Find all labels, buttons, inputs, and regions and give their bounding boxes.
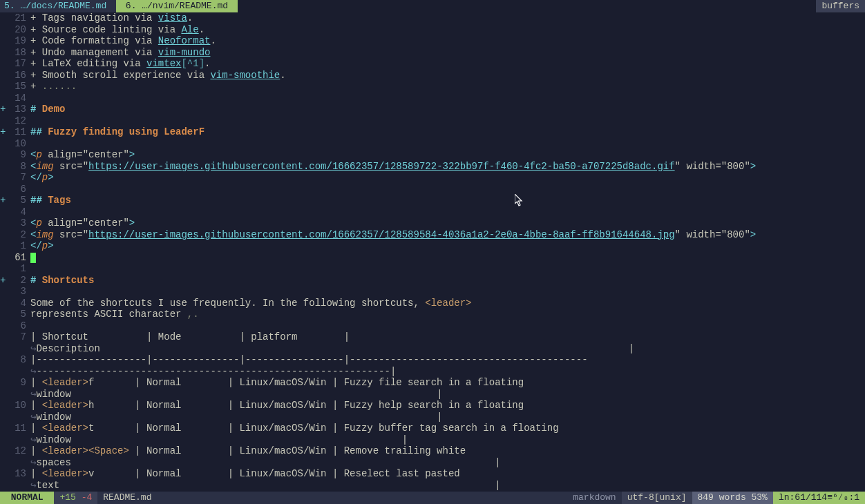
line-number: 7 [7, 331, 30, 343]
code[interactable]: <p align="center"> [30, 149, 865, 161]
editor-line[interactable]: 17+ LaTeX editing via vimtex[^1]. [0, 58, 865, 70]
editor-line[interactable]: ↪text | [0, 480, 865, 492]
editor-line[interactable]: 19+ Code formatting via Neoformat. [0, 35, 865, 47]
editor-line[interactable]: 20+ Source code linting via Ale. [0, 24, 865, 36]
code[interactable]: # Demo [30, 104, 865, 115]
editor-pane[interactable]: 21+ Tags navigation via vista.20+ Source… [0, 12, 865, 492]
line-number: 61 [7, 252, 30, 264]
sign-column: + [0, 275, 7, 287]
status-file: README.md [97, 492, 157, 504]
editor-line[interactable]: ↪---------------------------------------… [0, 366, 865, 378]
code[interactable]: | <leader>f | Normal | Linux/macOS/Win |… [30, 377, 865, 389]
editor-line[interactable]: 8|-------------------|---------------|--… [0, 354, 865, 366]
editor-line[interactable]: 16+ Smooth scroll experience via vim-smo… [0, 70, 865, 81]
editor-line[interactable]: +13# Demo [0, 104, 865, 115]
code[interactable]: + ...... [30, 81, 865, 93]
code[interactable]: + LaTeX editing via vimtex[^1]. [30, 58, 865, 70]
editor-line[interactable]: ↪window | [0, 434, 865, 446]
code[interactable]: ↪Description | [30, 343, 865, 355]
editor-line[interactable]: 2<img src="https://user-images.githubuse… [0, 229, 865, 241]
line-number: 12 [7, 115, 30, 127]
editor-line[interactable]: 1</p> [0, 240, 865, 252]
code[interactable]: </p> [30, 172, 865, 184]
code[interactable]: | <leader>v | Normal | Linux/macOS/Win |… [30, 468, 865, 480]
code[interactable]: + Smooth scroll experience via vim-smoot… [30, 70, 865, 81]
code[interactable]: | Shortcut | Mode | platform | [30, 331, 865, 343]
line-number: 2 [7, 275, 30, 287]
line-number: 17 [7, 58, 30, 70]
line-number: 6 [7, 320, 30, 332]
tab-inactive[interactable]: 5. …/docs/README.md [0, 0, 116, 12]
code[interactable]: ↪text | [30, 480, 865, 492]
editor-line[interactable]: 14 [0, 93, 865, 104]
code[interactable]: # Shortcuts [30, 275, 865, 287]
code[interactable]: ## Fuzzy finding using LeaderF [30, 126, 865, 138]
editor-line[interactable]: 3 [0, 286, 865, 298]
code[interactable]: ↪spaces | [30, 457, 865, 469]
editor-line[interactable]: 1 [0, 263, 865, 275]
code[interactable]: ↪window | [30, 434, 865, 446]
editor-line[interactable]: 8<img src="https://user-images.githubuse… [0, 161, 865, 173]
line-number: 11 [7, 423, 30, 434]
code[interactable]: ↪window | [30, 389, 865, 400]
code[interactable]: + Code formatting via Neoformat. [30, 35, 865, 47]
editor-line[interactable]: 21+ Tags navigation via vista. [0, 12, 865, 24]
editor-line[interactable]: 15+ ...... [0, 81, 865, 93]
code[interactable]: </p> [30, 240, 865, 252]
git-add: +15 [59, 492, 75, 504]
code[interactable]: | <leader>h | Normal | Linux/macOS/Win |… [30, 400, 865, 411]
editor-line[interactable]: +5## Tags [0, 195, 865, 206]
code[interactable]: ## Tags [30, 195, 865, 206]
code[interactable]: <p align="center"> [30, 217, 865, 229]
editor-line[interactable]: 7</p> [0, 172, 865, 184]
editor-line[interactable]: ↪window | [0, 411, 865, 423]
line-number: 11 [7, 126, 30, 138]
line-number: 20 [7, 24, 30, 36]
code[interactable]: <img src="https://user-images.githubuser… [30, 161, 865, 173]
code[interactable]: | <leader>t | Normal | Linux/macOS/Win |… [30, 423, 865, 434]
status-filetype: markdown [567, 492, 621, 504]
sign-column: + [0, 104, 7, 115]
editor-line[interactable]: ↪window | [0, 389, 865, 400]
code[interactable]: ↪---------------------------------------… [30, 366, 865, 378]
editor-line[interactable]: +11## Fuzzy finding using LeaderF [0, 126, 865, 138]
tab-active[interactable]: 6. …/nvim/README.md [116, 0, 238, 12]
line-number: 8 [7, 354, 30, 366]
status-words: 849 words 53% [692, 492, 773, 504]
editor-line[interactable]: 10| <leader>h | Normal | Linux/macOS/Win… [0, 400, 865, 411]
editor-line[interactable]: 18+ Undo management via vim-mundo [0, 47, 865, 59]
editor-line[interactable]: 13| <leader>v | Normal | Linux/macOS/Win… [0, 468, 865, 480]
code[interactable]: | <leader><Space> | Normal | Linux/macOS… [30, 445, 865, 457]
code[interactable]: |-------------------|---------------|---… [30, 354, 865, 366]
editor-line[interactable]: 9<p align="center"> [0, 149, 865, 161]
editor-line[interactable]: ↪Description | [0, 343, 865, 355]
editor-line[interactable]: ↪spaces | [0, 457, 865, 469]
editor-line[interactable]: 6 [0, 320, 865, 332]
code[interactable]: + Source code linting via Ale. [30, 24, 865, 36]
editor-line[interactable]: 10 [0, 138, 865, 150]
code[interactable]: + Tags navigation via vista. [30, 12, 865, 24]
editor-line[interactable]: 4 [0, 206, 865, 218]
editor-line[interactable]: 11| <leader>t | Normal | Linux/macOS/Win… [0, 423, 865, 434]
status-spacer [157, 492, 567, 504]
editor-line[interactable]: 6 [0, 184, 865, 195]
tab-bar: 5. …/docs/README.md 6. …/nvim/README.md … [0, 0, 865, 12]
editor-line[interactable]: 4Some of the shortcuts I use frequently.… [0, 298, 865, 309]
editor-line[interactable]: 5represents ASCII character ,. [0, 309, 865, 320]
code[interactable]: ↪window | [30, 411, 865, 423]
editor-line[interactable]: 12 [0, 115, 865, 127]
editor-line[interactable]: 7| Shortcut | Mode | platform | [0, 331, 865, 343]
code[interactable]: <img src="https://user-images.githubuser… [30, 229, 865, 241]
line-number: 13 [7, 104, 30, 115]
code[interactable]: + Undo management via vim-mundo [30, 47, 865, 59]
code[interactable]: Some of the shortcuts I use frequently. … [30, 298, 865, 309]
code[interactable] [30, 252, 865, 264]
line-number: 3 [7, 286, 30, 298]
editor-line[interactable]: 61 [0, 252, 865, 264]
editor-line[interactable]: 3<p align="center"> [0, 217, 865, 229]
editor-line[interactable]: 9| <leader>f | Normal | Linux/macOS/Win … [0, 377, 865, 389]
code[interactable]: represents ASCII character ,. [30, 309, 865, 320]
editor-line[interactable]: +2# Shortcuts [0, 275, 865, 287]
editor-line[interactable]: 12| <leader><Space> | Normal | Linux/mac… [0, 445, 865, 457]
line-number: 7 [7, 172, 30, 184]
